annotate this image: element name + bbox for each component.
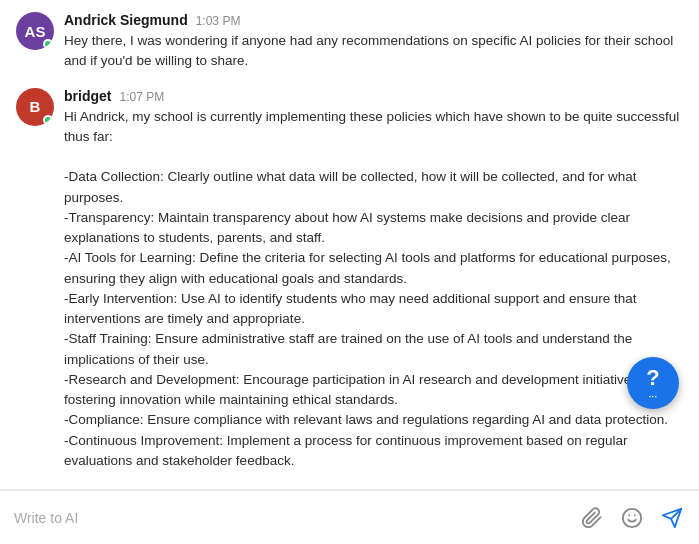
help-icon: ?	[646, 365, 659, 391]
message-row: AS Andrick Siegmund 1:03 PM Hey there, I…	[16, 12, 683, 72]
help-bubble[interactable]: ? ···	[627, 357, 679, 409]
input-placeholder[interactable]: Write to AI	[14, 510, 569, 526]
input-icons	[579, 505, 685, 531]
send-button[interactable]	[659, 505, 685, 531]
message-text: Hey there, I was wondering if anyone had…	[64, 31, 683, 72]
message-header: bridget 1:07 PM	[64, 88, 683, 104]
username: bridget	[64, 88, 111, 104]
svg-point-0	[623, 508, 641, 526]
message-text: Hi Andrick, my school is currently imple…	[64, 107, 683, 472]
input-bar: Write to AI	[0, 490, 699, 544]
timestamp: 1:07 PM	[119, 90, 164, 104]
username: Andrick Siegmund	[64, 12, 188, 28]
message-row: B bridget 1:07 PM Hi Andrick, my school …	[16, 88, 683, 472]
avatar: AS	[16, 12, 54, 50]
online-indicator	[43, 115, 53, 125]
avatar-initials: B	[30, 98, 41, 115]
message-content: bridget 1:07 PM Hi Andrick, my school is…	[64, 88, 683, 472]
attachment-button[interactable]	[579, 505, 605, 531]
online-indicator	[43, 39, 53, 49]
message-header: Andrick Siegmund 1:03 PM	[64, 12, 683, 28]
message-content: Andrick Siegmund 1:03 PM Hey there, I wa…	[64, 12, 683, 72]
help-bubble-label: ···	[649, 392, 657, 402]
attachment-icon	[581, 507, 603, 529]
emoji-button[interactable]	[619, 505, 645, 531]
send-icon	[661, 507, 683, 529]
timestamp: 1:03 PM	[196, 14, 241, 28]
chat-container: AS Andrick Siegmund 1:03 PM Hey there, I…	[0, 0, 699, 483]
avatar-initials: AS	[25, 23, 46, 40]
chat-scroll-area[interactable]: AS Andrick Siegmund 1:03 PM Hey there, I…	[0, 0, 699, 489]
emoji-icon	[621, 507, 643, 529]
avatar: B	[16, 88, 54, 126]
